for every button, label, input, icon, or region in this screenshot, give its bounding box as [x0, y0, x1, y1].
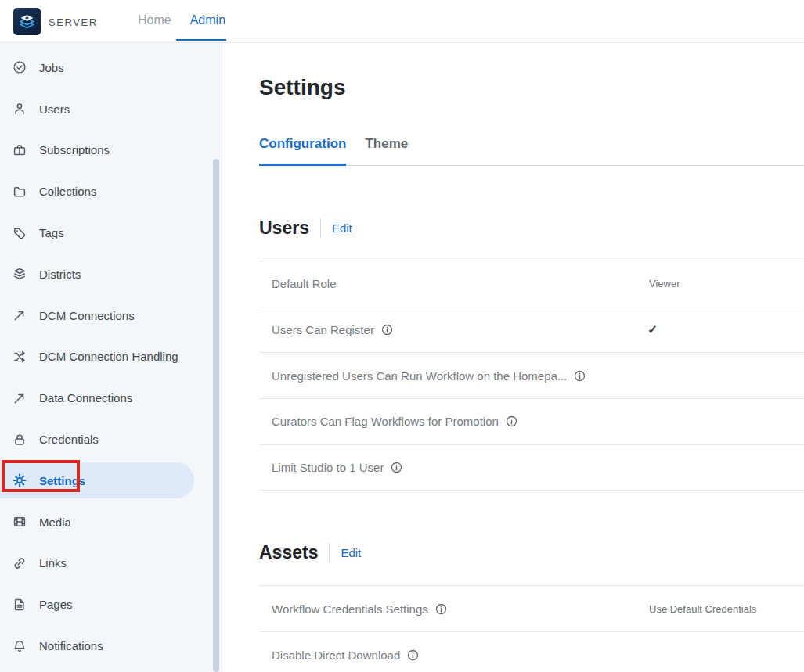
- nav-home[interactable]: Home: [138, 13, 171, 27]
- info-icon[interactable]: [574, 370, 586, 382]
- table-row: Workflow Credentials Settings Use Defaul…: [259, 586, 804, 632]
- brand-text: SERVER: [49, 16, 98, 28]
- sidebar-item-jobs[interactable]: Jobs: [0, 47, 222, 88]
- sidebar-item-dcm-connection-handling[interactable]: DCM Connection Handling: [0, 336, 222, 378]
- sidebar-item-users[interactable]: Users: [0, 88, 222, 130]
- info-icon[interactable]: [381, 324, 393, 336]
- gear-icon: [13, 473, 27, 487]
- sidebar-item-label: Collections: [39, 185, 96, 198]
- info-icon[interactable]: [435, 603, 447, 615]
- table-row: Default Role Viewer: [259, 261, 804, 307]
- page-icon: [13, 598, 27, 612]
- info-icon[interactable]: [407, 649, 419, 661]
- sidebar-item-label: Users: [39, 102, 70, 116]
- section-title: Assets: [259, 541, 318, 565]
- row-label: Disable Direct Download: [272, 649, 400, 662]
- tag-icon: [13, 226, 27, 240]
- section-assets: Assets Edit Workflow Credentials Setting…: [259, 541, 804, 672]
- row-label: Default Role: [272, 277, 337, 290]
- jobs-icon: [13, 60, 27, 74]
- sidebar-item-pages[interactable]: Pages: [0, 584, 222, 625]
- sidebar-item-settings[interactable]: Settings: [0, 460, 222, 501]
- divider: [329, 543, 330, 562]
- sidebar-item-links[interactable]: Links: [0, 543, 222, 584]
- sidebar-item-label: Data Connections: [39, 391, 132, 404]
- edit-assets-link[interactable]: Edit: [341, 546, 361, 559]
- row-label: Unregistered Users Can Run Workflow on t…: [272, 369, 567, 383]
- admin-sidebar: Jobs Users Subscriptions Collections Tag…: [0, 43, 222, 672]
- tab-theme[interactable]: Theme: [365, 136, 408, 165]
- divider: [320, 218, 321, 238]
- section-users: Users Edit Default Role Viewer Users Can…: [259, 216, 804, 491]
- sidebar-item-label: Settings: [39, 474, 85, 487]
- sidebar-item-media[interactable]: Media: [0, 501, 222, 543]
- table-row: Limit Studio to 1 User: [259, 445, 804, 491]
- table-row: Users Can Register ✓: [259, 307, 804, 354]
- sidebar-item-label: Links: [39, 556, 67, 570]
- row-label: Limit Studio to 1 User: [272, 461, 384, 474]
- sidebar-scrollbar[interactable]: [213, 159, 219, 672]
- users-settings-table: Default Role Viewer Users Can Register ✓…: [259, 261, 804, 491]
- edit-users-link[interactable]: Edit: [332, 221, 352, 235]
- top-bar: SERVER Home Admin: [0, 0, 804, 43]
- row-label: Curators Can Flag Workflows for Promotio…: [272, 415, 499, 428]
- sidebar-item-label: Tags: [39, 226, 64, 239]
- sidebar-item-label: DCM Connections: [39, 309, 135, 322]
- section-title: Users: [259, 216, 309, 240]
- tab-configuration[interactable]: Configuration: [259, 136, 346, 166]
- row-value: Viewer: [649, 278, 680, 289]
- info-icon[interactable]: [506, 415, 517, 427]
- sidebar-item-label: Media: [39, 516, 71, 529]
- page-title: Settings: [259, 74, 804, 101]
- selected-item-highlight: [0, 462, 194, 498]
- table-row: Unregistered Users Can Run Workflow on t…: [259, 353, 804, 399]
- row-value: Use Default Credentials: [649, 603, 756, 615]
- info-icon[interactable]: [391, 462, 402, 473]
- film-icon: [13, 515, 27, 529]
- shuffle-icon: [13, 350, 27, 364]
- section-header: Assets Edit: [259, 541, 804, 565]
- layers-icon: [13, 267, 27, 281]
- main-content: Settings Configuration Theme Users Edit …: [223, 43, 804, 672]
- sidebar-item-label: DCM Connection Handling: [39, 350, 178, 363]
- sidebar-item-notifications[interactable]: Notifications: [0, 625, 222, 667]
- folder-icon: [13, 185, 27, 199]
- table-row: Disable Direct Download: [259, 632, 804, 672]
- sidebar-item-label: Credentials: [39, 433, 99, 446]
- link-icon: [13, 556, 27, 570]
- active-nav-underline: [176, 39, 226, 41]
- settings-tabs: Configuration Theme: [259, 136, 804, 166]
- row-label: Users Can Register: [272, 323, 374, 336]
- table-row: Curators Can Flag Workflows for Promotio…: [259, 399, 804, 445]
- sidebar-item-label: Districts: [39, 268, 81, 281]
- server-logo[interactable]: [13, 8, 41, 35]
- sidebar-item-data-connections[interactable]: Data Connections: [0, 377, 222, 419]
- sidebar-item-collections[interactable]: Collections: [0, 171, 222, 212]
- sidebar-item-districts[interactable]: Districts: [0, 253, 222, 295]
- section-header: Users Edit: [259, 216, 804, 240]
- nav-admin[interactable]: Admin: [190, 13, 225, 27]
- row-label: Workflow Credentials Settings: [272, 602, 428, 616]
- arrow-up-right-icon: [13, 308, 27, 322]
- briefcase-icon: [13, 143, 27, 157]
- arrow-up-right-icon: [13, 391, 27, 405]
- sidebar-item-dcm-connections[interactable]: DCM Connections: [0, 295, 222, 336]
- sidebar-item-credentials[interactable]: Credentials: [0, 419, 222, 460]
- sidebar-item-label: Pages: [39, 598, 73, 611]
- sidebar-item-label: Jobs: [39, 61, 64, 74]
- assets-settings-table: Workflow Credentials Settings Use Defaul…: [259, 585, 804, 672]
- sidebar-item-label: Notifications: [39, 639, 103, 652]
- sidebar-item-tags[interactable]: Tags: [0, 212, 222, 253]
- checkmark: ✓: [647, 322, 658, 337]
- sidebar-item-subscriptions[interactable]: Subscriptions: [0, 130, 222, 171]
- top-navigation: Home Admin: [138, 13, 225, 27]
- lock-icon: [13, 433, 27, 447]
- users-icon: [13, 102, 27, 116]
- sidebar-item-label: Subscriptions: [39, 143, 110, 156]
- bell-icon: [13, 639, 27, 653]
